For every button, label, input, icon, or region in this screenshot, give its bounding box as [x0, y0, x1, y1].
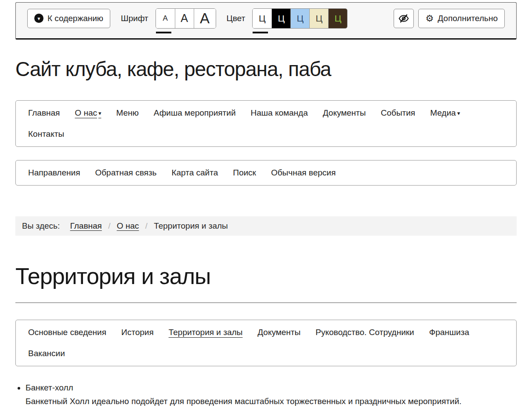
color-scheme-button-1[interactable]: Ц — [253, 9, 271, 28]
eye-slash-icon — [398, 13, 409, 24]
nav-item-komanda[interactable]: Наша команда — [251, 108, 308, 118]
nav-item-media-label: Медиа — [430, 108, 456, 117]
tab-dokumenty[interactable]: Документы — [257, 328, 300, 337]
nav-item-obratnaya-svyaz[interactable]: Обратная связь — [95, 168, 156, 178]
nav-item-karta-sayta[interactable]: Карта сайта — [171, 168, 218, 178]
nav-item-sobytiya[interactable]: События — [381, 108, 415, 118]
color-label: Цвет — [227, 14, 246, 23]
color-scheme-button-5[interactable]: Ц — [328, 9, 347, 28]
gear-icon: ⚙ — [425, 14, 434, 23]
tab-istoriya[interactable]: История — [121, 328, 154, 337]
page-title: Территория и залы — [15, 263, 517, 303]
nav-item-obychnaya-versiya[interactable]: Обычная версия — [271, 168, 336, 178]
font-label: Шрифт — [121, 14, 148, 23]
color-scheme-button-4[interactable]: Ц — [309, 9, 328, 28]
main-navigation: Главная О нас▾ Меню Афиша мероприятий На… — [15, 100, 517, 147]
font-size-button-1[interactable]: А — [156, 9, 175, 28]
font-size-button-2[interactable]: А — [175, 9, 194, 28]
nav-item-o-nas-label: О нас — [75, 108, 97, 117]
to-content-label: К содержанию — [47, 14, 103, 23]
color-scheme-button-3[interactable]: Ц — [290, 9, 309, 28]
nav-item-kontakty[interactable]: Контакты — [28, 129, 64, 139]
font-size-button-3[interactable]: А — [194, 9, 216, 28]
hall-title: Банкет-холл — [25, 381, 517, 395]
color-scheme-group: Ц Ц Ц Ц Ц — [252, 8, 347, 29]
breadcrumb-link-glavnaya[interactable]: Главная — [70, 221, 102, 230]
arrow-down-circle-icon: ▼ — [34, 14, 43, 23]
to-content-button[interactable]: ▼ К содержанию — [27, 9, 110, 28]
extra-settings-label: Дополнительно — [438, 14, 498, 23]
tab-territoriya-i-zaly[interactable]: Территория и залы — [169, 328, 243, 337]
breadcrumb-separator: / — [108, 221, 110, 230]
breadcrumb-prefix: Вы здесь: — [22, 221, 60, 230]
tab-franshiza[interactable]: Франшиза — [429, 328, 469, 337]
nav-item-dokumenty[interactable]: Документы — [323, 108, 366, 118]
breadcrumb-separator: / — [145, 221, 148, 230]
breadcrumb-current: Территория и залы — [154, 221, 228, 230]
nav-item-glavnaya[interactable]: Главная — [28, 108, 60, 118]
breadcrumb-link-o-nas[interactable]: О нас — [117, 221, 139, 230]
accessibility-toolbar: ▼ К содержанию Шрифт А А А Цвет Ц Ц Ц Ц … — [15, 2, 517, 40]
page-content: Банкет-холл Банкетный Холл идеально подо… — [15, 381, 517, 412]
nav-item-afisha[interactable]: Афиша мероприятий — [154, 108, 236, 118]
nav-item-menyu[interactable]: Меню — [116, 108, 138, 118]
halls-list: Банкет-холл Банкетный Холл идеально подо… — [15, 381, 517, 408]
section-tabs: Основные сведения История Территория и з… — [15, 320, 517, 366]
breadcrumb: Вы здесь: Главная / О нас / Территория и… — [15, 216, 517, 236]
list-item: Банкет-холл Банкетный Холл идеально подо… — [25, 381, 517, 408]
chevron-down-icon: ▾ — [98, 110, 101, 117]
site-title: Сайт клуба, кафе, ресторана, паба — [15, 57, 517, 81]
tab-osnovnye-svedeniya[interactable]: Основные сведения — [28, 328, 106, 337]
nav-item-napravleniya[interactable]: Направления — [28, 168, 80, 178]
nav-item-poisk[interactable]: Поиск — [233, 168, 256, 178]
secondary-navigation: Направления Обратная связь Карта сайта П… — [15, 160, 517, 186]
nav-item-media[interactable]: Медиа▾ — [430, 108, 460, 118]
tab-vakansii[interactable]: Вакансии — [28, 349, 65, 358]
extra-settings-button[interactable]: ⚙ Дополнительно — [418, 9, 505, 28]
color-scheme-button-2[interactable]: Ц — [271, 9, 290, 28]
page: ▼ К содержанию Шрифт А А А Цвет Ц Ц Ц Ц … — [0, 0, 532, 412]
hall-description: Банкетный Холл идеально подойдет для про… — [25, 395, 517, 408]
font-size-group: А А А — [156, 8, 216, 29]
tab-rukovodstvo-sotrudniki[interactable]: Руководство. Сотрудники — [315, 328, 414, 337]
images-toggle-button[interactable] — [394, 9, 414, 28]
nav-item-o-nas[interactable]: О нас▾ — [75, 108, 101, 118]
chevron-down-icon: ▾ — [457, 110, 460, 117]
